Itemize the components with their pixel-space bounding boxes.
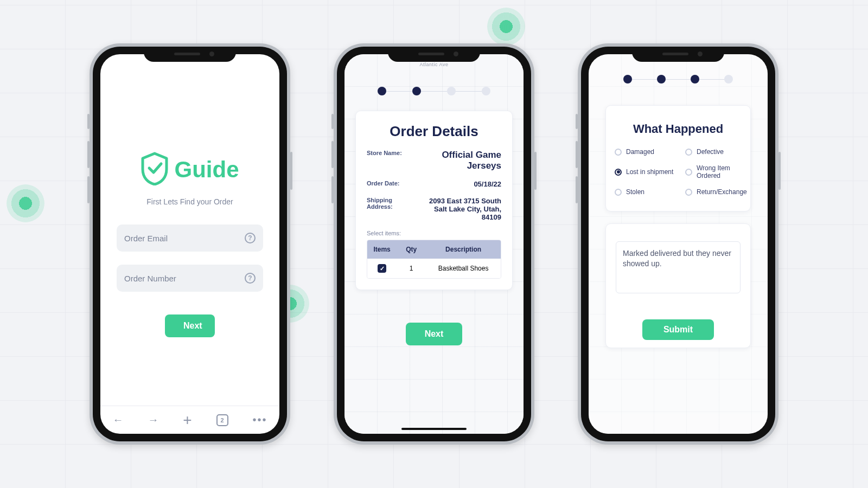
- step-dot: [447, 87, 456, 95]
- phone-notch: [632, 47, 724, 62]
- step-dot: [691, 75, 699, 84]
- tabs-icon[interactable]: 2: [216, 414, 228, 426]
- step-dot: [657, 75, 666, 84]
- order-number-input[interactable]: Order Number ?: [117, 265, 263, 292]
- volume-up: [87, 141, 90, 168]
- order-details-title: Order Details: [367, 123, 501, 140]
- screen1-subtitle: First Lets Find your Order: [146, 197, 233, 206]
- submit-button[interactable]: Submit: [642, 319, 714, 340]
- order-date-value: 05/18/22: [474, 180, 501, 188]
- power-button: [290, 152, 292, 190]
- radio-icon[interactable]: [615, 169, 622, 176]
- phone-notch: [388, 47, 480, 62]
- radio-icon[interactable]: [685, 189, 692, 196]
- reason-label: Stolen: [626, 188, 644, 196]
- browser-bottom-bar: ← → + 2 •••: [100, 406, 279, 434]
- step-dot: [378, 87, 386, 95]
- row-checkbox[interactable]: ✓: [378, 264, 386, 273]
- radio-icon[interactable]: [685, 149, 692, 156]
- reason-options: DamagedDefectiveLost in shipmentWrong It…: [615, 148, 756, 196]
- next-button[interactable]: Next: [165, 314, 215, 337]
- help-icon[interactable]: ?: [245, 233, 256, 243]
- column-qty: Qty: [397, 240, 426, 259]
- three-phone-stage: Guide First Lets Find your Order Order E…: [0, 0, 868, 488]
- reason-option[interactable]: Lost in shipment: [615, 164, 685, 179]
- row-qty: 1: [397, 259, 426, 278]
- power-button: [534, 152, 537, 190]
- order-email-placeholder: Order Email: [124, 234, 168, 243]
- home-indicator: [401, 428, 467, 430]
- column-desc: Description: [426, 240, 501, 259]
- phone-frame-2: Atlantic Ave Order Details Store Name: O…: [334, 43, 534, 445]
- select-items-label: Select items:: [367, 230, 501, 236]
- phone-frame-3: What Happened DamagedDefectiveLost in sh…: [578, 43, 778, 445]
- column-items: Items: [367, 240, 397, 259]
- note-card: Marked delivered but they never showed u…: [605, 223, 751, 348]
- what-happened-card: What Happened DamagedDefectiveLost in sh…: [605, 105, 751, 211]
- back-icon[interactable]: ←: [112, 414, 123, 426]
- volume-down: [87, 176, 90, 203]
- volume-down: [331, 176, 334, 203]
- order-details-card: Order Details Store Name: Official Game …: [355, 111, 513, 290]
- reason-label: Damaged: [626, 148, 654, 156]
- brand-name: Guide: [174, 157, 239, 183]
- more-icon[interactable]: •••: [253, 414, 267, 426]
- mute-switch: [576, 114, 578, 129]
- phone-notch: [144, 47, 236, 62]
- order-date-label: Order Date:: [367, 180, 400, 187]
- shield-icon: [141, 152, 169, 188]
- mute-switch: [87, 114, 90, 129]
- store-name-label: Store Name:: [367, 150, 402, 156]
- volume-up: [576, 141, 578, 168]
- progress-stepper: [378, 87, 490, 95]
- volume-up: [331, 141, 334, 168]
- brand-header: Guide: [141, 152, 239, 188]
- reason-label: Wrong Item Ordered: [697, 164, 756, 179]
- items-table: Items Qty Description ✓ 1 Basketball Sho…: [367, 240, 501, 279]
- step-dot: [412, 87, 421, 95]
- screen3-content: What Happened DamagedDefectiveLost in sh…: [589, 54, 768, 434]
- what-happened-title: What Happened: [615, 122, 742, 136]
- radio-icon[interactable]: [615, 189, 622, 196]
- step-dot: [623, 75, 632, 84]
- step-dot: [482, 87, 490, 95]
- help-icon[interactable]: ?: [245, 273, 256, 284]
- volume-down: [576, 176, 578, 203]
- order-email-input[interactable]: Order Email ?: [117, 224, 263, 252]
- reason-label: Return/Exchange: [697, 188, 747, 196]
- screen1-content: Guide First Lets Find your Order Order E…: [100, 54, 279, 434]
- shipping-address-label: Shipping Address:: [367, 197, 417, 210]
- mute-switch: [331, 114, 334, 129]
- radio-icon[interactable]: [615, 149, 622, 156]
- progress-stepper: [623, 75, 733, 84]
- reason-option[interactable]: Return/Exchange: [685, 188, 756, 196]
- power-button: [778, 152, 781, 190]
- screen2-content: Order Details Store Name: Official Game …: [344, 54, 524, 434]
- radio-icon[interactable]: [685, 169, 692, 176]
- plus-icon[interactable]: +: [183, 412, 192, 429]
- reason-option[interactable]: Defective: [685, 148, 756, 156]
- phone-frame-1: Guide First Lets Find your Order Order E…: [90, 43, 290, 445]
- store-name-value: Official Game Jerseys: [412, 150, 501, 171]
- note-textarea[interactable]: Marked delivered but they never showed u…: [616, 241, 741, 293]
- order-number-placeholder: Order Number: [124, 274, 176, 283]
- forward-icon[interactable]: →: [148, 414, 158, 426]
- next-button[interactable]: Next: [406, 323, 462, 345]
- reason-option[interactable]: Wrong Item Ordered: [685, 164, 756, 179]
- reason-option[interactable]: Stolen: [615, 188, 685, 196]
- reason-option[interactable]: Damaged: [615, 148, 685, 156]
- reason-label: Lost in shipment: [626, 168, 673, 176]
- row-desc: Basketball Shoes: [426, 259, 501, 278]
- step-dot: [724, 75, 733, 84]
- reason-label: Defective: [697, 148, 724, 156]
- shipping-address-value: 2093 East 3715 South Salt Lake City, Uta…: [417, 197, 501, 221]
- table-row: ✓ 1 Basketball Shoes: [367, 259, 501, 278]
